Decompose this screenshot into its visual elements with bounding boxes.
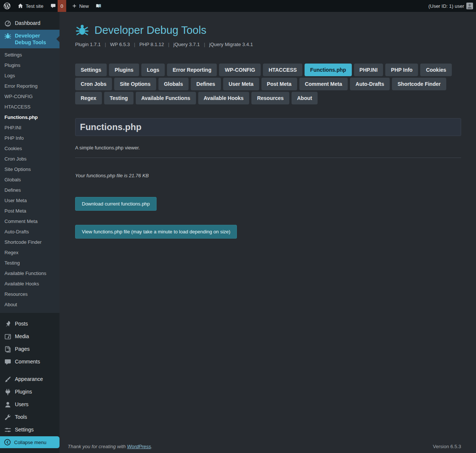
sidebar-subitem-testing[interactable]: Testing (0, 258, 60, 268)
sidebar-subitem-wp-config[interactable]: WP-CONFIG (0, 91, 60, 102)
sidebar-subitem-php-info[interactable]: PHP Info (0, 133, 60, 143)
tab-php-info[interactable]: PHP Info (385, 64, 418, 76)
sidebar-subitem-logs[interactable]: Logs (0, 71, 60, 81)
tab-cron-jobs[interactable]: Cron Jobs (75, 78, 112, 90)
plugin-toolbar-item[interactable] (92, 0, 105, 12)
wp-logo-menu[interactable] (0, 0, 14, 12)
sidebar-subitem-settings[interactable]: Settings (0, 50, 60, 60)
tab-error-reporting[interactable]: Error Reporting (167, 64, 217, 76)
divider (75, 158, 461, 158)
tab-cookies[interactable]: Cookies (420, 64, 451, 76)
page-title: Developer Debug Tools (94, 24, 206, 36)
sidebar-subitem-functions-php[interactable]: Functions.php (0, 112, 60, 123)
menu-separator (0, 368, 60, 373)
sidebar-subitem-shortcode-finder[interactable]: Shortcode Finder (0, 237, 60, 247)
meta-separator: | (168, 42, 169, 47)
sidebar-item-dashboard[interactable]: Dashboard (0, 17, 60, 30)
tab-available-hooks[interactable]: Available Hooks (198, 92, 250, 104)
tab-htaccess[interactable]: HTACCESS (263, 64, 302, 76)
sidebar-subitem-error-reporting[interactable]: Error Reporting (0, 81, 60, 91)
sidebar-subitem-user-meta[interactable]: User Meta (0, 195, 60, 206)
pages-icon (4, 346, 12, 353)
bug-icon (4, 32, 12, 40)
tab-wp-config[interactable]: WP-CONFIG (219, 64, 261, 76)
sidebar-item-tools[interactable]: Tools (0, 411, 60, 424)
sidebar-subitem-regex[interactable]: Regex (0, 247, 60, 258)
avatar (466, 3, 473, 9)
collapse-menu-button[interactable]: Collapse menu (0, 436, 60, 448)
bug-icon (75, 23, 89, 37)
tab-settings[interactable]: Settings (75, 64, 107, 76)
user-label: (User ID: 1) user (428, 3, 464, 9)
tab-about[interactable]: About (292, 92, 318, 104)
tab-regex[interactable]: Regex (75, 92, 102, 104)
sidebar-subitem-available-functions[interactable]: Available Functions (0, 268, 60, 279)
sidebar-subitem-comment-meta[interactable]: Comment Meta (0, 216, 60, 227)
sidebar-subitem-auto-drafts[interactable]: Auto-Drafts (0, 227, 60, 237)
download-functions-button[interactable]: Download current functions.php (75, 197, 157, 211)
version-info: PHP 8.1.12 (139, 42, 164, 47)
new-content-link[interactable]: New (68, 0, 92, 12)
tab-defines[interactable]: Defines (191, 78, 221, 90)
sidebar-subitem-globals[interactable]: Globals (0, 175, 60, 185)
tab-available-functions[interactable]: Available Functions (136, 92, 196, 104)
tab-post-meta[interactable]: Post Meta (261, 78, 297, 90)
my-account-link[interactable]: (User ID: 1) user (425, 0, 476, 12)
sidebar-subitem-defines[interactable]: Defines (0, 185, 60, 195)
sidebar-item-comments[interactable]: Comments (0, 356, 60, 368)
footer-thanks-period: . (151, 444, 152, 449)
wordpress-link[interactable]: WordPress (127, 444, 151, 449)
tab-logs[interactable]: Logs (141, 64, 165, 76)
tab-testing[interactable]: Testing (104, 92, 134, 104)
admin-menu: DashboardDeveloper Debug ToolsSettingsPl… (0, 12, 60, 436)
sidebar-item-plugins[interactable]: Plugins (0, 386, 60, 398)
sidebar-item-label: Posts (15, 320, 57, 327)
admin-bar-left: Test site 0 New (0, 0, 105, 12)
comments-count-badge[interactable]: 0 (58, 0, 66, 12)
tab-php-ini[interactable]: PHP.INI (354, 64, 383, 76)
comments-bubble-icon (50, 3, 56, 9)
sidebar-item-pages[interactable]: Pages (0, 343, 60, 356)
tab-globals[interactable]: Globals (158, 78, 189, 90)
comments-link[interactable] (47, 0, 58, 12)
view-functions-button[interactable]: View functions.php file (may take a minu… (75, 225, 237, 239)
sidebar-item-posts[interactable]: Posts (0, 318, 60, 330)
tab-resources[interactable]: Resources (251, 92, 289, 104)
sidebar-item-appearance[interactable]: Appearance (0, 373, 60, 386)
meta-separator: | (204, 42, 205, 47)
sidebar-subitem-post-meta[interactable]: Post Meta (0, 206, 60, 216)
tab-user-meta[interactable]: User Meta (223, 78, 259, 90)
sidebar-item-label: Appearance (15, 376, 57, 382)
section-heading-panel: Functions.php (75, 118, 461, 136)
file-size-info: Your functions.php file is 21.76 KB (75, 173, 461, 178)
sidebar-item-label: Plugins (15, 388, 57, 395)
comments-icon (4, 358, 12, 366)
sidebar-subitem-htaccess[interactable]: HTACCESS (0, 102, 60, 112)
sidebar-subitem-cookies[interactable]: Cookies (0, 143, 60, 154)
tab-auto-drafts[interactable]: Auto-Drafts (350, 78, 390, 90)
sidebar: DashboardDeveloper Debug ToolsSettingsPl… (0, 12, 60, 453)
tab-shortcode-finder[interactable]: Shortcode Finder (392, 78, 446, 90)
sidebar-subitem-resources[interactable]: Resources (0, 289, 60, 300)
tab-functions-php[interactable]: Functions.php (305, 64, 351, 76)
tab-site-options[interactable]: Site Options (114, 78, 156, 90)
sidebar-subitem-about[interactable]: About (0, 300, 60, 310)
sidebar-item-label: Users (15, 401, 57, 408)
sidebar-subitem-site-options[interactable]: Site Options (0, 164, 60, 175)
sidebar-subitem-cron-jobs[interactable]: Cron Jobs (0, 154, 60, 164)
page-header: Developer Debug Tools (75, 23, 461, 37)
collapse-icon (4, 439, 11, 446)
sidebar-item-media[interactable]: Media (0, 330, 60, 343)
sidebar-subitem-plugins[interactable]: Plugins (0, 60, 60, 71)
sidebar-item-settings[interactable]: Settings (0, 424, 60, 436)
sidebar-subitem-php-ini[interactable]: PHP.INI (0, 123, 60, 133)
admin-bar: Test site 0 New (User ID: 1) user (0, 0, 476, 12)
site-name-link[interactable]: Test site (14, 0, 47, 12)
sidebar-item-users[interactable]: Users (0, 398, 60, 411)
pin-icon (4, 320, 12, 328)
tab-plugins[interactable]: Plugins (109, 64, 139, 76)
main-content: Developer Debug Tools Plugin 1.7.1|WP 6.… (60, 12, 476, 453)
tab-comment-meta[interactable]: Comment Meta (299, 78, 348, 90)
sidebar-item-developer-debug-tools[interactable]: Developer Debug Tools (0, 30, 60, 48)
sidebar-subitem-available-hooks[interactable]: Available Hooks (0, 279, 60, 289)
